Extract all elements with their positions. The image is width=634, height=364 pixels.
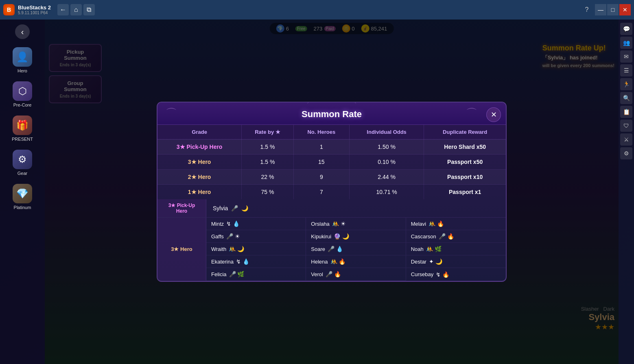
hero-cell-icons: 🤼 🔥	[330, 258, 346, 265]
num-cell: 7	[293, 185, 349, 200]
list-item: Destar ✦ 🌙	[406, 255, 506, 268]
sidebar-back-button[interactable]: ‹	[15, 24, 30, 39]
sylvia-element-icon: 🌙	[241, 205, 248, 211]
hero-cell-name: Ekaterina	[211, 259, 234, 265]
sylvia-name: Sylvia	[213, 205, 228, 211]
table-row: 1★ Hero 75 % 7 10.71 % Passport x1	[157, 185, 506, 200]
window-controls: — □ ✕	[595, 4, 631, 15]
rate-cell: 75 %	[242, 185, 293, 200]
present-icon: 🎁	[13, 116, 32, 135]
pickup-heroes-content: Sylvia 🎤 🌙	[206, 199, 506, 217]
list-item: Soare 🎤 💧	[306, 243, 406, 255]
odds-cell: 1.50 %	[349, 139, 424, 155]
mail-button[interactable]: ✉	[620, 50, 632, 63]
reward-cell: Hero Shard x50	[424, 139, 506, 155]
run-icon[interactable]: 🏃	[620, 78, 632, 90]
right-sidebar: 💬 👥 ✉ ☰ 🏃 🔍 📋 🛡 ⚔ ⚙	[619, 20, 634, 364]
nav-copy-button[interactable]: ⧉	[83, 4, 95, 15]
reward-cell: Passport x1	[424, 185, 506, 200]
sidebar-item-platinum[interactable]: 💎 Platinum	[6, 181, 39, 213]
help-button[interactable]: ?	[581, 4, 592, 15]
list-item: Ekaterina ↯ 💧	[206, 255, 306, 268]
hero-cell-icons: 🎤 ☀	[226, 233, 240, 240]
table-row: 2★ Hero 22 % 9 2.44 % Passport x10	[157, 170, 506, 185]
list-item: Wraith 🤼 🌙	[206, 243, 306, 255]
hero-cell-name: Kipukirui	[311, 233, 331, 240]
grade-cell: 3★ Pick-Up Hero	[157, 139, 242, 155]
nav-home-button[interactable]: ⌂	[70, 4, 82, 15]
nav-back-button[interactable]: ←	[57, 4, 69, 15]
col-num: No. Heroes	[293, 125, 349, 139]
profile-button[interactable]: 👥	[620, 37, 632, 49]
hero-cell-name: Gaffs	[211, 233, 224, 240]
hero-cell-name: Helena	[311, 259, 328, 265]
sidebar-item-hero[interactable]: 👤 Hero	[6, 44, 39, 76]
hero-cell-icons: ✦ 🌙	[429, 258, 442, 265]
list-item: Cursebay ↯ 🔥	[406, 268, 506, 281]
col-rate: Rate by ★	[242, 125, 293, 139]
window-controls-area: ? — □ ✕	[581, 4, 631, 15]
sidebar-item-gear[interactable]: ⚙ Gear	[6, 146, 39, 179]
app-version: 5.9.11.1001 P64	[18, 11, 51, 15]
hero-section-content: Mintz ↯ 💧 Orslaha 🤼 ☀ Melavi 🤼 🔥 Gaffs 🎤…	[206, 218, 506, 281]
sidebar-item-present-label: PRESENT	[12, 137, 33, 142]
sylvia-class-icon: 🎤	[231, 205, 238, 211]
hero-cell-name: Melavi	[411, 221, 426, 227]
hero-cell-name: Destar	[411, 259, 426, 265]
modal-overlay: ⌒ Summon Rate ⌒ ✕ Grade Rate by ★ No. He…	[45, 20, 619, 364]
list-item: Verol 🎤 🔥	[306, 268, 406, 281]
close-button[interactable]: ✕	[619, 4, 631, 15]
chat-button[interactable]: 💬	[620, 23, 632, 35]
hero-cell-icons: ↯ 💧	[236, 258, 249, 265]
search-button[interactable]: 🔍	[620, 92, 632, 104]
quest-button[interactable]: 📋	[620, 106, 632, 118]
sidebar-item-precore-label: Pre-Core	[13, 102, 32, 107]
menu-button[interactable]: ☰	[620, 64, 632, 76]
left-sidebar: ‹ 👤 Hero ⬡ Pre-Core 🎁 PRESENT ⚙ Gear 💎 P…	[0, 20, 45, 364]
hero-cell-name: Mintz	[211, 221, 224, 227]
game-area: 💎 6 Free 273 Paid 🪙 0 💰 85,241 PickupSum…	[45, 20, 619, 364]
sidebar-item-gear-label: Gear	[17, 171, 27, 176]
hero-section-label: 3★ Hero	[157, 218, 206, 281]
col-odds: Individual Odds	[349, 125, 424, 139]
pickup-section-label: 3★ Pick-UpHero	[157, 199, 206, 217]
hero-cell-name: Cascarson	[411, 233, 436, 240]
extra2-button[interactable]: ⚔	[620, 133, 632, 146]
col-reward: Duplicate Reward	[424, 125, 506, 139]
settings-button[interactable]: ⚙	[620, 147, 632, 159]
sidebar-item-platinum-label: Platinum	[14, 205, 31, 210]
rate-cell: 1.5 %	[242, 155, 293, 170]
hero-cell-icons: ↯ 💧	[226, 220, 240, 227]
list-item: Orslaha 🤼 ☀	[306, 218, 406, 230]
extra1-button[interactable]: 🛡	[620, 120, 632, 132]
topbar: B BlueStacks 2 5.9.11.1001 P64 ← ⌂ ⧉ ? —…	[0, 0, 634, 20]
table-row: 3★ Hero 1.5 % 15 0.10 % Passport x50	[157, 155, 506, 170]
hero-cell-name: Soare	[311, 246, 325, 252]
hero-cell-name: Felicia	[211, 271, 227, 277]
hero-cell-icons: 🎤 🌿	[229, 271, 245, 277]
hero-cell-icons: 🤼 ☀	[332, 220, 346, 227]
modal-title: Summon Rate	[302, 109, 362, 119]
grade-cell: 2★ Hero	[157, 170, 242, 185]
list-item: Melavi 🤼 🔥	[406, 218, 506, 230]
hero-cell-name: Orslaha	[311, 221, 330, 227]
summon-rate-table: Grade Rate by ★ No. Heroes Individual Od…	[157, 125, 506, 199]
sidebar-item-present[interactable]: 🎁 PRESENT	[6, 112, 39, 145]
minimize-button[interactable]: —	[595, 4, 606, 15]
deco-right: ⌒	[466, 106, 477, 121]
modal-close-button[interactable]: ✕	[486, 107, 501, 122]
hero-cell-icons: 🤼 🔥	[428, 220, 444, 227]
gear-icon: ⚙	[13, 150, 32, 169]
restore-button[interactable]: □	[607, 4, 619, 15]
rate-cell: 1.5 %	[242, 139, 293, 155]
odds-cell: 10.71 %	[349, 185, 424, 200]
summon-rate-modal: ⌒ Summon Rate ⌒ ✕ Grade Rate by ★ No. He…	[157, 102, 507, 282]
num-cell: 9	[293, 170, 349, 185]
list-item: Gaffs 🎤 ☀	[206, 230, 306, 243]
hero-cell-icons: 🔮 🌙	[334, 233, 349, 240]
num-cell: 15	[293, 155, 349, 170]
sidebar-item-precore[interactable]: ⬡ Pre-Core	[6, 78, 39, 111]
window-nav: ← ⌂ ⧉	[57, 4, 95, 15]
hero-cell-icons: 🎤 💧	[328, 246, 343, 252]
col-grade: Grade	[157, 125, 242, 139]
